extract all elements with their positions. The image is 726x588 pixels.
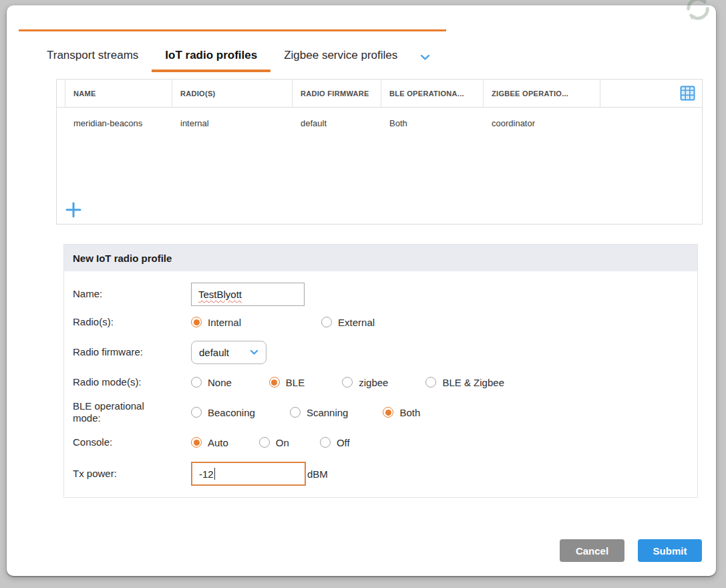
- radio-mode-zigbee[interactable]: zigbee: [342, 377, 388, 388]
- form-title: New IoT radio profile: [64, 245, 697, 271]
- name-input-value: TestBlyott: [198, 289, 242, 300]
- profiles-table-header: NAME RADIO(S) RADIO FIRMWARE BLE OPERATI…: [57, 80, 702, 108]
- cell-zigbee-operational-mode: coordinator: [484, 118, 600, 128]
- plus-icon: [65, 201, 82, 218]
- column-header-radio-firmware[interactable]: RADIO FIRMWARE: [293, 80, 381, 107]
- tab-zigbee-service-profiles[interactable]: Zigbee service profiles: [270, 41, 411, 72]
- profiles-table: NAME RADIO(S) RADIO FIRMWARE BLE OPERATI…: [56, 79, 703, 225]
- tab-transport-streams[interactable]: Transport streams: [33, 41, 152, 72]
- tx-power-label: Tx power:: [73, 468, 191, 480]
- tx-power-input[interactable]: -12: [191, 462, 306, 486]
- add-profile-button[interactable]: [63, 200, 83, 220]
- ble-mode-beaconing[interactable]: Beaconing: [191, 407, 255, 418]
- header-gutter: [57, 80, 65, 107]
- radio-unselected-icon: [191, 377, 202, 388]
- chevron-down-icon[interactable]: [420, 54, 430, 61]
- radio-unselected-icon: [342, 377, 353, 388]
- radio-unselected-icon: [290, 407, 301, 418]
- radio-firmware-label: Radio firmware:: [73, 346, 191, 358]
- cell-radio-firmware: default: [293, 118, 381, 128]
- name-input[interactable]: TestBlyott: [191, 283, 305, 306]
- tab-bar: Transport streams IoT radio profiles Zig…: [33, 41, 430, 72]
- radio-external[interactable]: External: [321, 317, 375, 328]
- console-auto[interactable]: Auto: [191, 437, 228, 448]
- page-background: Transport streams IoT radio profiles Zig…: [0, 0, 726, 588]
- cell-name: meridian-beacons: [65, 118, 172, 128]
- console-label: Console:: [73, 436, 191, 448]
- ble-mode-both[interactable]: Both: [383, 407, 420, 418]
- radio-mode-ble-zigbee[interactable]: BLE & Zigbee: [425, 377, 504, 388]
- table-row[interactable]: meridian-beacons internal default Both c…: [57, 108, 702, 138]
- radio-firmware-value: default: [199, 347, 229, 358]
- ble-mode-scanning[interactable]: Scanning: [290, 407, 349, 418]
- submit-button[interactable]: Submit: [638, 539, 702, 562]
- cell-ble-operational-mode: Both: [381, 118, 484, 128]
- radio-selected-icon: [191, 317, 202, 327]
- radio-unselected-icon: [425, 377, 436, 388]
- tx-power-value: -12: [199, 468, 214, 480]
- radio-internal[interactable]: Internal: [191, 317, 241, 328]
- radio-unselected-icon: [191, 407, 202, 418]
- console-off[interactable]: Off: [320, 437, 350, 448]
- cell-radios: internal: [172, 118, 293, 128]
- radio-unselected-icon: [320, 437, 331, 448]
- radio-selected-icon: [269, 377, 280, 388]
- radio-selected-icon: [383, 407, 393, 418]
- cancel-button[interactable]: Cancel: [560, 539, 624, 562]
- radio-mode-ble[interactable]: BLE: [269, 377, 305, 388]
- column-header-radios[interactable]: RADIO(S): [172, 80, 293, 107]
- radio-unselected-icon: [321, 317, 332, 327]
- iot-config-panel: Transport streams IoT radio profiles Zig…: [7, 5, 716, 576]
- radio-modes-group: None BLE zigbee BLE & Zigbee: [191, 377, 504, 388]
- tx-power-unit: dBM: [307, 468, 328, 480]
- console-on[interactable]: On: [259, 437, 289, 448]
- text-cursor: [214, 468, 216, 480]
- new-profile-form: New IoT radio profile Name: TestBlyott R…: [63, 244, 698, 498]
- radios-group: Internal External: [191, 317, 375, 328]
- column-settings-grid-icon[interactable]: [680, 86, 695, 101]
- ble-operational-mode-group: Beaconing Scanning Both: [191, 407, 420, 418]
- form-actions: Cancel Submit: [560, 539, 702, 562]
- tab-iot-radio-profiles[interactable]: IoT radio profiles: [152, 41, 270, 72]
- ble-operational-mode-label: BLE operational mode:: [73, 400, 191, 424]
- radios-label: Radio(s):: [73, 316, 191, 328]
- column-header-name[interactable]: NAME: [65, 80, 172, 107]
- console-group: Auto On Off: [191, 437, 350, 448]
- chevron-down-icon: [250, 349, 258, 355]
- column-header-ble-operational[interactable]: BLE OPERATIONA...: [381, 80, 484, 107]
- column-header-zigbee-operational[interactable]: ZIGBEE OPERATIO...: [484, 80, 600, 107]
- radio-firmware-select[interactable]: default: [191, 341, 266, 364]
- top-orange-rule: [19, 29, 446, 31]
- radio-unselected-icon: [259, 437, 270, 448]
- header-icon-cell: [600, 80, 702, 107]
- radio-modes-label: Radio mode(s):: [73, 376, 191, 388]
- radio-mode-none[interactable]: None: [191, 377, 232, 388]
- name-label: Name:: [73, 288, 191, 300]
- radio-selected-icon: [191, 437, 202, 448]
